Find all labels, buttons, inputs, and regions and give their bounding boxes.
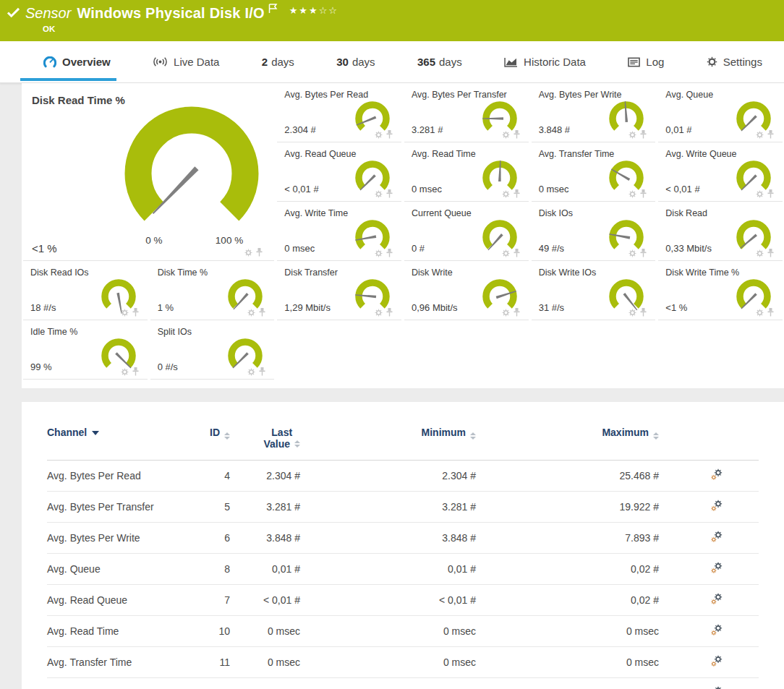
- pin-icon[interactable]: [514, 130, 520, 139]
- channel-settings-icon[interactable]: [711, 531, 724, 543]
- gear-icon[interactable]: [756, 190, 764, 198]
- channel-settings-icon[interactable]: [711, 624, 724, 636]
- gauge-card-current-queue[interactable]: Current Queue0 #: [404, 202, 529, 261]
- gauge-card-avg-bytes-per-transfer[interactable]: Avg. Bytes Per Transfer3.281 #: [404, 83, 529, 142]
- col-channel[interactable]: Channel: [47, 424, 184, 461]
- gear-icon[interactable]: [502, 190, 510, 198]
- pin-icon[interactable]: [640, 130, 647, 139]
- gear-icon[interactable]: [375, 249, 383, 257]
- gauge-card-avg-queue[interactable]: Avg. Queue0,01 #: [658, 83, 783, 142]
- channel-settings-icon[interactable]: [711, 655, 724, 667]
- channel-last-value: 0 msec: [231, 616, 302, 647]
- pin-icon[interactable]: [767, 308, 774, 317]
- pin-icon[interactable]: [640, 189, 647, 198]
- gauge-card-avg-bytes-per-read[interactable]: Avg. Bytes Per Read2.304 #: [277, 83, 401, 142]
- gauge-card-avg-read-queue[interactable]: Avg. Read Queue< 0,01 #: [277, 142, 401, 202]
- gear-icon[interactable]: [629, 131, 636, 139]
- tab-settings[interactable]: Settings: [704, 41, 765, 82]
- channel-settings-icon[interactable]: [711, 686, 724, 689]
- status-badge: OK: [43, 25, 338, 33]
- pin-icon[interactable]: [514, 308, 520, 317]
- pin-icon[interactable]: [386, 130, 393, 139]
- gear-icon[interactable]: [629, 309, 636, 317]
- gauge-card-avg-bytes-per-write[interactable]: Avg. Bytes Per Write3.848 #: [532, 83, 656, 142]
- pin-icon[interactable]: [386, 249, 393, 257]
- tab-live-data[interactable]: Live Data: [150, 41, 222, 82]
- gear-icon[interactable]: [244, 249, 252, 257]
- gauge-card-avg-transfer-time[interactable]: Avg. Transfer Time0 msec: [532, 142, 656, 202]
- gear-icon[interactable]: [375, 309, 383, 317]
- tab-30-days[interactable]: 30days: [333, 41, 378, 82]
- tab-2-days[interactable]: 2days: [259, 41, 297, 82]
- gear-icon[interactable]: [375, 190, 383, 198]
- channel-settings-icon[interactable]: [711, 468, 724, 481]
- gear-icon[interactable]: [756, 309, 764, 317]
- gear-icon[interactable]: [247, 368, 255, 376]
- gauge-card-disk-ios[interactable]: Disk IOs49 #/s: [532, 202, 656, 261]
- gear-icon[interactable]: [502, 131, 510, 139]
- gauge-card-disk-read-time[interactable]: Disk Read Time % 0 % 100 % <1 %: [23, 83, 274, 261]
- channel-settings-icon[interactable]: [711, 500, 724, 512]
- gauge-card-disk-read-ios[interactable]: Disk Read IOs18 #/s: [23, 261, 148, 320]
- channel-settings-icon[interactable]: [711, 593, 724, 605]
- gear-icon[interactable]: [629, 190, 636, 198]
- gear-icon[interactable]: [629, 249, 636, 257]
- gear-icon[interactable]: [121, 368, 129, 376]
- gauge-title: Avg. Read Time: [412, 149, 527, 159]
- gear-icon[interactable]: [502, 309, 510, 317]
- pin-icon[interactable]: [640, 308, 647, 317]
- gauge-card-disk-write-ios[interactable]: Disk Write IOs31 #/s: [532, 261, 656, 320]
- gauge-card-avg-write-queue[interactable]: Avg. Write Queue< 0,01 #: [658, 142, 783, 202]
- pin-icon[interactable]: [386, 189, 393, 198]
- pin-icon[interactable]: [256, 248, 263, 257]
- col-id[interactable]: ID: [184, 424, 231, 461]
- tab-365-days[interactable]: 365days: [414, 41, 465, 82]
- col-maximum[interactable]: Maximum: [477, 424, 660, 461]
- pin-icon[interactable]: [767, 130, 774, 139]
- gear-icon[interactable]: [756, 131, 764, 139]
- gauge-card-idle-time[interactable]: Idle Time %99 %: [23, 320, 148, 380]
- pin-icon[interactable]: [132, 367, 139, 376]
- pin-icon[interactable]: [640, 249, 647, 257]
- gauge-value: 0 msec: [284, 243, 315, 254]
- gear-icon[interactable]: [756, 249, 764, 257]
- gear-icon[interactable]: [121, 309, 129, 317]
- col-minimum[interactable]: Minimum: [302, 424, 477, 461]
- pin-icon[interactable]: [767, 189, 774, 198]
- channel-settings-icon[interactable]: [711, 562, 724, 574]
- gauge-card-disk-write-time[interactable]: Disk Write Time %<1 %: [658, 261, 783, 320]
- gauge-card-disk-write[interactable]: Disk Write0,96 Mbit/s: [404, 261, 529, 320]
- tab-overview[interactable]: Overview: [41, 41, 114, 82]
- gauge-title: Avg. Read Queue: [284, 149, 400, 159]
- gauge-value: 0,33 Mbit/s: [665, 243, 712, 254]
- gauge-card-split-ios[interactable]: Split IOs0 #/s: [150, 320, 275, 380]
- flag-icon[interactable]: [268, 4, 278, 17]
- tab-log[interactable]: Log: [625, 41, 667, 82]
- gear-icon[interactable]: [375, 131, 383, 139]
- gauge-actions: [502, 130, 520, 139]
- pin-icon[interactable]: [514, 189, 520, 198]
- gauge-card-avg-read-time[interactable]: Avg. Read Time0 msec: [404, 142, 529, 202]
- gauge-card-disk-read[interactable]: Disk Read0,33 Mbit/s: [658, 202, 783, 261]
- rating-stars[interactable]: ★★★☆☆: [289, 6, 338, 16]
- gauge-card-disk-transfer[interactable]: Disk Transfer1,29 Mbit/s: [277, 261, 401, 320]
- gauge-card-disk-time[interactable]: Disk Time %1 %: [150, 261, 275, 320]
- pin-icon[interactable]: [259, 308, 265, 317]
- pin-icon[interactable]: [514, 249, 520, 257]
- channel-minimum: < 0,01 #: [302, 585, 477, 616]
- pin-icon[interactable]: [259, 367, 265, 376]
- channel-minimum: < 0,01 #: [302, 678, 477, 689]
- table-row: Avg. Read Time 10 0 msec 0 msec 0 msec: [47, 616, 759, 647]
- table-header-row: Channel ID LastValue Minimum Maximum: [47, 424, 759, 461]
- pin-icon[interactable]: [132, 308, 139, 317]
- gauge-actions: [502, 308, 520, 317]
- col-last-value[interactable]: LastValue: [231, 424, 302, 461]
- pin-icon[interactable]: [386, 308, 393, 317]
- gear-icon[interactable]: [502, 249, 510, 257]
- tab-label: Historic Data: [524, 56, 586, 68]
- tab-historic-data[interactable]: Historic Data: [501, 41, 589, 82]
- gauge-actions: [756, 130, 774, 139]
- pin-icon[interactable]: [767, 249, 774, 257]
- gauge-card-avg-write-time[interactable]: Avg. Write Time0 msec: [277, 202, 401, 261]
- gear-icon[interactable]: [247, 309, 255, 317]
